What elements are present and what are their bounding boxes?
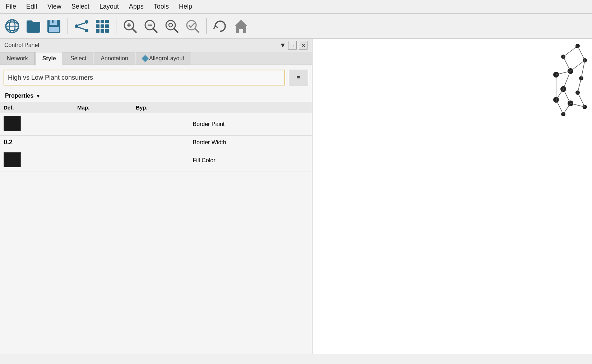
menu-tools[interactable]: Tools (152, 2, 170, 11)
svg-rect-20 (101, 29, 104, 33)
globe-icon[interactable] (4, 18, 21, 35)
main-area: Control Panel ▼ □ ✕ Network Style Select… (0, 39, 592, 354)
tab-style[interactable]: Style (36, 52, 63, 65)
svg-line-12 (78, 27, 85, 29)
svg-line-60 (556, 100, 563, 114)
tab-allegrolayout[interactable]: AllegroLayout (136, 52, 191, 65)
col-property (189, 102, 312, 113)
table-row: Border Paint (0, 113, 312, 136)
properties-area: Properties ▼ Def. Map. Byp. (0, 90, 312, 354)
canvas-area: Create New Style... Copy Style... Rename… (313, 39, 592, 354)
fill-color-label: Fill Color (189, 149, 312, 172)
svg-line-47 (563, 46, 578, 57)
table-row: 0.2 Border Width (0, 136, 312, 149)
svg-line-58 (578, 93, 585, 107)
share-icon[interactable] (73, 18, 90, 35)
tab-annotation[interactable]: Annotation (94, 52, 135, 65)
border-paint-byp[interactable] (132, 113, 189, 136)
col-byp: Byp. (132, 102, 189, 113)
toolbar-separator-2 (116, 18, 116, 34)
svg-line-27 (153, 28, 157, 33)
col-map: Map. (74, 102, 132, 113)
svg-line-31 (174, 28, 178, 33)
menu-help[interactable]: Help (177, 2, 194, 11)
fill-color-def[interactable] (0, 149, 74, 172)
menu-view[interactable]: View (46, 2, 63, 11)
zoom-check-icon[interactable] (184, 18, 201, 35)
fill-color-map[interactable] (74, 149, 132, 172)
table-row: Fill Color (0, 149, 312, 172)
properties-dropdown-btn[interactable]: ▼ (36, 93, 41, 99)
tab-network[interactable]: Network (0, 52, 35, 65)
zoom-out-icon[interactable] (142, 18, 159, 35)
svg-line-51 (581, 60, 585, 78)
svg-line-61 (563, 103, 570, 114)
tabs-container: Network Style Select Annotation AllegroL… (0, 52, 312, 65)
svg-line-23 (132, 28, 137, 33)
menu-select[interactable]: Select (70, 2, 91, 11)
border-paint-map[interactable] (74, 113, 132, 136)
panel-minimize-btn[interactable]: □ (288, 41, 297, 50)
control-panel: Control Panel ▼ □ ✕ Network Style Select… (0, 39, 313, 354)
svg-point-8 (75, 24, 78, 28)
properties-header-row: Def. Map. Byp. (0, 102, 312, 113)
svg-line-53 (563, 71, 570, 89)
toolbar (0, 14, 592, 39)
style-menu-button[interactable]: ≡ (289, 70, 308, 85)
control-panel-header: Control Panel ▼ □ ✕ (0, 39, 312, 52)
panel-close-btn[interactable]: ✕ (299, 41, 307, 50)
svg-line-49 (563, 57, 570, 71)
border-paint-def[interactable] (0, 113, 74, 136)
zoom-fit-icon[interactable] (163, 18, 180, 35)
network-decoration (491, 39, 592, 129)
svg-point-9 (85, 20, 88, 24)
control-panel-header-buttons: ▼ □ ✕ (279, 41, 307, 50)
svg-rect-19 (96, 29, 100, 33)
svg-rect-18 (105, 24, 109, 28)
toolbar-separator-3 (206, 18, 207, 34)
svg-line-11 (78, 23, 85, 25)
folder-icon[interactable] (24, 18, 42, 35)
style-dropdown-row: High vs Low Plant consumers ≡ (0, 65, 312, 90)
control-panel-title: Control Panel (4, 42, 39, 48)
properties-table: Def. Map. Byp. Border Paint 0.2 (0, 102, 312, 172)
panel-dropdown-btn[interactable]: ▼ (279, 42, 286, 49)
svg-marker-34 (235, 20, 248, 33)
grid-icon[interactable] (94, 18, 111, 35)
border-paint-label: Border Paint (189, 113, 312, 136)
toolbar-separator-1 (68, 18, 68, 34)
border-width-label: Border Width (189, 136, 312, 149)
svg-rect-15 (105, 20, 109, 23)
svg-line-56 (556, 89, 563, 100)
menu-file[interactable]: File (4, 2, 18, 11)
svg-line-33 (195, 28, 199, 33)
svg-rect-17 (101, 24, 104, 28)
menu-bar: File Edit View Select Layout Apps Tools … (0, 0, 592, 14)
home-icon[interactable] (232, 18, 250, 35)
fill-color-byp[interactable] (132, 149, 189, 172)
refresh-icon[interactable] (212, 18, 229, 35)
svg-rect-7 (49, 27, 59, 32)
svg-line-57 (563, 89, 570, 103)
menu-edit[interactable]: Edit (25, 2, 39, 11)
zoom-in-icon[interactable] (121, 18, 139, 35)
menu-apps[interactable]: Apps (128, 2, 145, 11)
svg-line-50 (570, 60, 585, 71)
svg-point-10 (85, 29, 88, 32)
svg-rect-21 (105, 29, 109, 33)
border-width-def[interactable]: 0.2 (0, 136, 74, 149)
svg-rect-13 (96, 20, 100, 23)
save-icon[interactable] (45, 18, 63, 35)
col-def: Def. (0, 102, 74, 113)
style-dropdown[interactable]: High vs Low Plant consumers (4, 70, 285, 85)
properties-label: Properties (5, 93, 33, 99)
svg-rect-6 (52, 20, 54, 23)
svg-line-54 (578, 78, 581, 93)
menu-layout[interactable]: Layout (98, 2, 120, 11)
border-width-map[interactable] (74, 136, 132, 149)
svg-line-48 (578, 46, 585, 60)
svg-rect-14 (101, 20, 104, 23)
border-width-byp[interactable] (132, 136, 189, 149)
tab-select[interactable]: Select (64, 52, 93, 65)
svg-point-30 (169, 23, 172, 27)
